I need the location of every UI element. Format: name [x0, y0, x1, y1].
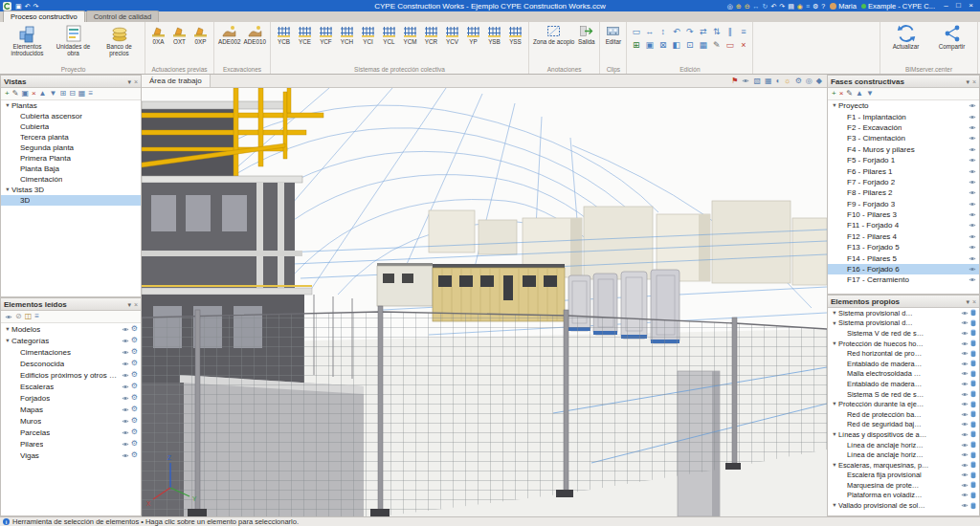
eye-icon[interactable]: [969, 125, 976, 130]
elementos-leidos-row[interactable]: Escaleras⚙: [1, 381, 141, 392]
eye-icon[interactable]: [961, 493, 969, 497]
eye-icon[interactable]: [122, 327, 129, 332]
eyeoff-icon[interactable]: ⊘: [15, 313, 22, 320]
half-icon[interactable]: ◧: [673, 41, 681, 50]
grid-icon[interactable]: ▦: [765, 77, 772, 85]
up-icon[interactable]: ▲: [39, 90, 47, 98]
pin-icon[interactable]: ◆: [816, 77, 822, 85]
elementos-leidos-row[interactable]: Muros⚙: [1, 415, 141, 427]
ribbon-button-salida[interactable]: Salida: [576, 23, 596, 47]
gear-icon[interactable]: ⚙: [131, 360, 138, 367]
elemento-propio-row[interactable]: Malla electrosoldada …: [828, 369, 979, 380]
eye-icon[interactable]: [122, 362, 129, 366]
fase-row[interactable]: F2 - Excavación: [828, 122, 979, 133]
eye-icon[interactable]: [961, 503, 969, 508]
eye-icon[interactable]: [961, 472, 969, 477]
swap-icon[interactable]: ⇄: [700, 28, 707, 36]
fase-row[interactable]: F16 - Forjado 6: [828, 264, 979, 274]
duplicate-icon[interactable]: ⊞: [633, 41, 640, 50]
db-icon[interactable]: [970, 410, 976, 418]
eye-icon[interactable]: [969, 103, 976, 108]
caret-icon[interactable]: ▾: [4, 102, 11, 109]
gear-icon[interactable]: ⚙: [131, 325, 138, 333]
db-icon[interactable]: [970, 502, 976, 510]
lock-icon[interactable]: ◫: [25, 313, 33, 320]
rotate-left-icon[interactable]: ↶: [673, 28, 680, 36]
eye-icon[interactable]: [5, 315, 12, 319]
gear-icon[interactable]: ⚙: [131, 383, 138, 390]
close-panel-icon[interactable]: ×: [134, 78, 138, 85]
up-icon[interactable]: ▲: [856, 90, 863, 98]
gear-icon[interactable]: ⚙: [131, 394, 138, 402]
eye-icon[interactable]: [969, 245, 976, 250]
previous-view-icon[interactable]: ↶: [770, 3, 776, 10]
elemento-propio-row[interactable]: Escalera fija provisional: [828, 471, 979, 481]
elemento-propio-row[interactable]: ▾Protección durante la eje…: [828, 399, 979, 409]
list-icon[interactable]: ≡: [88, 90, 93, 98]
collapse-icon[interactable]: ⊟: [69, 90, 76, 98]
orbit-icon[interactable]: ↻: [763, 3, 768, 10]
fase-row[interactable]: F6 - Pilares 1: [828, 165, 979, 176]
sun-icon[interactable]: ☼: [784, 77, 791, 85]
gear-icon[interactable]: ⚙: [131, 451, 138, 459]
db-icon[interactable]: [970, 360, 976, 367]
vistas-row[interactable]: ▾Vistas 3D: [1, 185, 141, 195]
ribbon-button-yss[interactable]: YSS: [505, 23, 525, 47]
ribbon-button-ysb[interactable]: YSB: [484, 23, 504, 47]
cube-icon[interactable]: ▧: [753, 77, 761, 85]
eye-icon[interactable]: [969, 234, 976, 239]
caret-icon[interactable]: ▾: [831, 320, 838, 327]
ribbon-button-zona-de-acopio[interactable]: Zona de acopio: [532, 23, 575, 47]
eye-icon[interactable]: [961, 320, 969, 325]
eye-icon[interactable]: [961, 432, 969, 437]
search-icon[interactable]: ◎: [727, 3, 733, 10]
ribbon-button-ade010[interactable]: ADE010: [242, 23, 266, 47]
help-icon[interactable]: ?: [821, 3, 825, 10]
vistas-row[interactable]: Cubierta: [1, 121, 141, 132]
caret-icon[interactable]: ▾: [4, 326, 11, 333]
fase-row[interactable]: F10 - Pilares 3: [828, 209, 979, 220]
ribbon-button-ycv[interactable]: YCV: [442, 23, 462, 47]
ribbon-button-actualizar[interactable]: Actualizar: [883, 23, 928, 52]
elemento-propio-row[interactable]: Entablado de madera…: [828, 379, 979, 389]
eye-icon[interactable]: [969, 202, 976, 207]
db-icon[interactable]: [970, 350, 976, 358]
eye-icon[interactable]: [961, 362, 969, 366]
eye-icon[interactable]: [961, 311, 969, 316]
eye-icon[interactable]: [961, 382, 969, 386]
grid-icon[interactable]: ▦: [78, 90, 86, 98]
elementos-leidos-row[interactable]: Desconocida⚙: [1, 358, 141, 369]
user-chip[interactable]: Maria: [830, 2, 857, 11]
eye-icon[interactable]: [122, 384, 129, 389]
ribbon-button-ycm[interactable]: YCM: [400, 23, 420, 47]
grid-edit-icon[interactable]: ▦: [700, 41, 708, 50]
vistas-row[interactable]: Primera Planta: [1, 153, 141, 164]
fase-row[interactable]: F17 - Cerramiento: [828, 274, 979, 285]
save-icon[interactable]: ▣: [15, 3, 22, 10]
eye-icon[interactable]: [961, 443, 969, 448]
fase-row[interactable]: F9 - Forjado 3: [828, 199, 979, 209]
ribbon-tab-control-de-calidad[interactable]: Control de calidad: [86, 11, 159, 22]
ribbon-button-yp[interactable]: YP: [463, 23, 483, 47]
eye-icon[interactable]: [742, 78, 749, 83]
eye-icon[interactable]: [961, 422, 969, 427]
eye-icon[interactable]: [969, 256, 976, 261]
zoom-in-icon[interactable]: ⊕: [736, 3, 742, 10]
db-icon[interactable]: [970, 319, 976, 327]
eye-icon[interactable]: [122, 350, 129, 355]
eye-icon[interactable]: [969, 267, 976, 272]
eye-icon[interactable]: [969, 190, 976, 195]
down-icon[interactable]: ▼: [866, 90, 874, 98]
edit-icon[interactable]: ✎: [12, 90, 19, 98]
fase-row[interactable]: F14 - Pilares 5: [828, 252, 979, 263]
eye-icon[interactable]: [969, 180, 976, 185]
vistas-row[interactable]: 3D: [1, 195, 141, 206]
elemento-propio-row[interactable]: ▾Protección de huecos ho…: [828, 339, 979, 349]
elemento-propio-row[interactable]: Plataforma en voladiz…: [828, 491, 979, 501]
eye-icon[interactable]: [961, 412, 969, 417]
vistas-row[interactable]: Cimentación: [1, 174, 141, 185]
elementos-leidos-row[interactable]: ▾Categorías⚙: [1, 335, 141, 346]
db-icon[interactable]: [970, 309, 976, 317]
db-icon[interactable]: [970, 471, 976, 479]
fase-row[interactable]: F4 - Muros y pilares: [828, 144, 979, 155]
